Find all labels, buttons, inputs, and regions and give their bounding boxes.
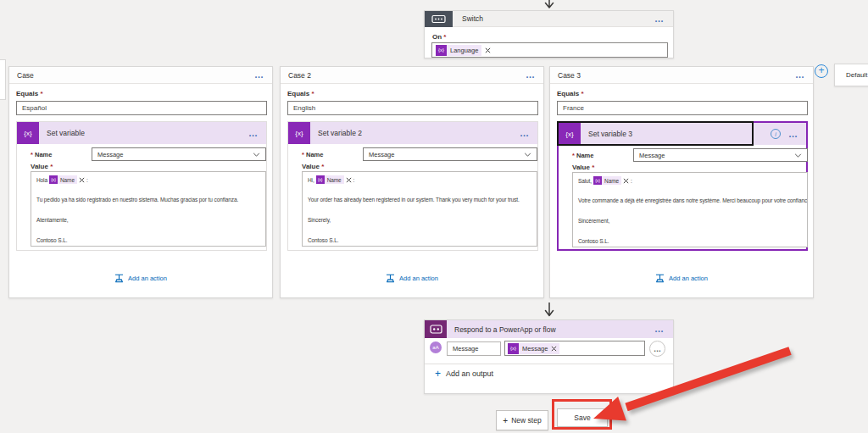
case-3-menu-button[interactable]: … [795, 70, 805, 80]
respond-header[interactable]: Respond to a PowerApp or flow … [425, 320, 673, 338]
case-card-1: Case … Equals * Español {x} Set variable… [8, 66, 273, 298]
equals-input[interactable]: English [287, 101, 538, 115]
case-3-header[interactable]: Case 3 … [550, 67, 813, 84]
add-output-button[interactable]: + Add an output [435, 369, 493, 379]
switch-on-input[interactable]: {x} Language [431, 42, 668, 58]
set-variable-3-title: Set variable 3 [588, 130, 771, 138]
variable-icon: {x} [17, 122, 39, 144]
set-variable-1-title: Set variable [47, 129, 248, 137]
value-textarea[interactable]: Hola {x} Name : Tu pedido ya ha sido reg… [31, 171, 266, 247]
powerapps-icon [425, 320, 447, 338]
connector-arrow-bottom [542, 303, 556, 319]
message-token-chip[interactable]: {x} Message [508, 343, 559, 354]
name-token-chip[interactable]: {x} Name [316, 175, 344, 184]
add-action-icon [114, 274, 124, 283]
case-2-title: Case 2 [288, 71, 526, 80]
name-token-chip[interactable]: {x} Name [593, 176, 621, 185]
message-signature: Contoso S.L. [308, 237, 534, 243]
language-token-chip[interactable]: {x} Language [436, 45, 481, 56]
case-2-header[interactable]: Case 2 … [281, 67, 543, 84]
switch-header[interactable]: Switch … [425, 11, 673, 27]
variable-icon: {x} [288, 122, 310, 144]
info-icon[interactable]: i [771, 129, 781, 139]
chevron-down-icon [794, 153, 802, 158]
add-action-button[interactable]: Add an action [281, 274, 543, 283]
message-body: Votre commande a déjà été enregistrée da… [578, 197, 804, 203]
default-case-card[interactable]: Default [834, 64, 868, 86]
set-variable-1-menu-button[interactable]: … [248, 129, 259, 138]
name-select[interactable]: Message [363, 147, 537, 161]
set-variable-3-menu-button[interactable]: … [788, 130, 798, 139]
set-variable-2-header[interactable]: {x} Set variable 2 … [288, 122, 537, 144]
case-card-3: Case 3 … Equals * France {x} Set variabl… [549, 66, 814, 298]
set-variable-card-1: {x} Set variable … * Name Message Value … [16, 121, 267, 251]
switch-icon [425, 11, 453, 27]
respond-title: Respond to a PowerApp or flow [454, 325, 654, 334]
set-variable-card-2: {x} Set variable 2 … * Name Message Valu… [287, 121, 538, 251]
default-case-title: Default [846, 71, 867, 79]
message-body: Your order has already been registered i… [308, 197, 534, 203]
equals-label: Equals * [287, 90, 314, 97]
switch-card: Switch … On * {x} Language [424, 10, 674, 58]
remove-token-icon[interactable] [346, 177, 352, 183]
case-1-title: Case [17, 71, 254, 80]
set-variable-1-header[interactable]: {x} Set variable … [17, 122, 266, 144]
add-action-button[interactable]: Add an action [550, 274, 813, 283]
case-2-menu-button[interactable]: … [526, 70, 536, 80]
value-textarea[interactable]: Salut, {x} Name : Votre commande a déjà … [572, 172, 808, 247]
variable-icon: {x} [508, 343, 519, 354]
case-1-header[interactable]: Case … [9, 67, 272, 84]
name-label: * Name [572, 152, 593, 159]
on-label: On * [432, 33, 446, 41]
switch-menu-button[interactable]: … [654, 14, 665, 24]
message-body: Tu pedido ya ha sido registrado en nuest… [36, 197, 263, 203]
variable-icon: {x} [559, 123, 581, 145]
value-label: Value * [31, 163, 53, 170]
add-case-button[interactable]: + [815, 64, 828, 78]
add-action-icon [655, 274, 665, 283]
respond-menu-button[interactable]: … [654, 325, 665, 334]
flow-designer-canvas: Switch … On * {x} Language Case … Equals… [0, 0, 868, 433]
variable-icon: {x} [49, 175, 58, 184]
variable-icon: {x} [593, 176, 602, 185]
chevron-down-icon [524, 153, 531, 157]
case-card-2: Case 2 … Equals * English {x} Set variab… [280, 66, 544, 298]
remove-token-icon[interactable] [623, 178, 629, 184]
output-value-input[interactable]: {x} Message [504, 341, 645, 356]
clipped-card-edge [0, 59, 6, 100]
equals-input[interactable]: Español [16, 101, 267, 115]
name-select[interactable]: Message [92, 147, 266, 161]
equals-label: Equals * [557, 90, 584, 97]
output-row-menu-button[interactable]: … [649, 341, 665, 357]
set-variable-2-title: Set variable 2 [318, 129, 520, 137]
case-1-menu-button[interactable]: … [254, 70, 264, 80]
remove-token-icon[interactable] [79, 177, 85, 183]
remove-token-icon[interactable] [485, 47, 491, 53]
plus-icon: + [503, 416, 508, 425]
case-3-title: Case 3 [558, 71, 795, 80]
equals-input[interactable]: France [557, 101, 808, 115]
variable-icon: {x} [316, 175, 325, 184]
add-action-button[interactable]: Add an action [9, 274, 272, 283]
output-name-input[interactable]: Message [447, 341, 501, 356]
chevron-down-icon [253, 153, 260, 157]
plus-icon: + [435, 369, 441, 379]
remove-token-icon[interactable] [551, 346, 557, 352]
name-token-chip[interactable]: {x} Name [49, 175, 77, 184]
value-label: Value * [572, 164, 594, 171]
switch-title: Switch [462, 14, 654, 23]
name-label: * Name [31, 151, 52, 158]
value-label: Value * [302, 163, 324, 170]
new-step-button[interactable]: + New step [496, 410, 548, 430]
set-variable-3-header[interactable]: {x} Set variable 3 i … [559, 123, 806, 145]
message-closing: Atentamente, [36, 217, 263, 223]
save-button[interactable]: Save [557, 408, 608, 427]
equals-label: Equals * [16, 90, 43, 97]
name-label: * Name [302, 151, 323, 158]
message-closing: Sincèrement, [578, 218, 804, 224]
divider [425, 364, 673, 364]
set-variable-2-menu-button[interactable]: … [520, 129, 530, 138]
name-select[interactable]: Message [633, 148, 808, 162]
message-closing: Sincerely, [308, 217, 534, 223]
value-textarea[interactable]: Hi, {x} Name : Your order has already be… [302, 171, 537, 247]
